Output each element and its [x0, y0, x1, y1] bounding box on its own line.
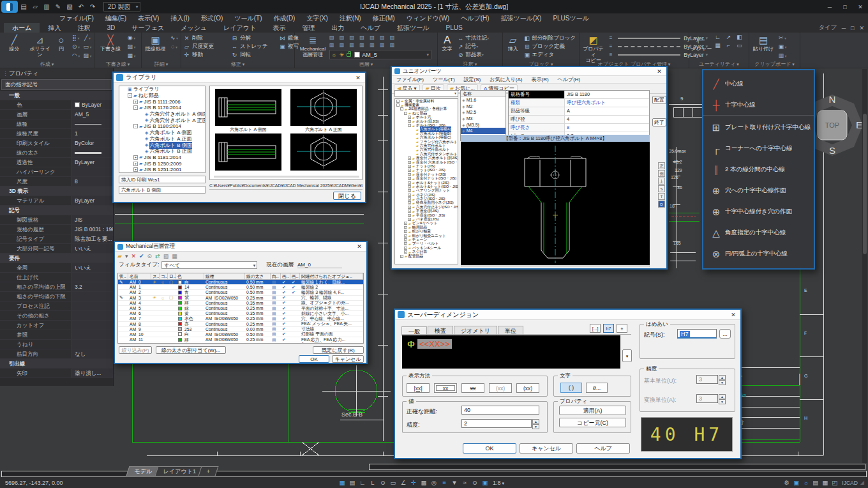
expand-icon[interactable]: + — [404, 238, 407, 241]
filter-button[interactable]: 絞り込み(P) — [119, 346, 152, 354]
property-row[interactable]: 尺度 8 — [0, 177, 113, 187]
status-toggle-icon[interactable]: ▣ — [480, 479, 490, 486]
qat-icon[interactable]: ▱ — [30, 3, 40, 10]
ribbon-tab[interactable]: 注釈 — [69, 23, 98, 33]
qat-icon[interactable]: ▧ — [64, 3, 75, 10]
status-right-icon[interactable]: ☼ — [801, 479, 811, 486]
status-toggle-icon[interactable]: ▩ — [419, 479, 429, 486]
qat-icon[interactable]: ✎ — [53, 3, 63, 10]
ribbon-tab[interactable]: ヘルプ — [352, 23, 389, 33]
property-row[interactable]: 粗さの平均値の上限 3.2 — [0, 282, 113, 292]
annotation-scale-control[interactable]: 1:8 — [493, 480, 504, 486]
status-toggle-icon[interactable]: ▼ — [449, 479, 460, 486]
property-row[interactable]: 筋目方向 なし — [0, 349, 113, 359]
match-properties-button[interactable]: ◩プロパティコピー — [581, 34, 606, 64]
utility-icon[interactable]: ▭ — [734, 42, 745, 50]
property-row[interactable]: 製図規格 JIS — [0, 215, 113, 225]
content-menu-item[interactable]: お気に入り(A) — [485, 76, 527, 83]
menu-item[interactable]: 拡張ツール(X) — [495, 14, 548, 23]
ribbon-tab[interactable]: PLUS — [437, 23, 470, 33]
filter-type-combo[interactable]: すべて — [161, 261, 257, 269]
status-toggle-icon[interactable]: ✛ — [408, 479, 419, 486]
expand-icon[interactable]: + — [408, 218, 411, 221]
base-unit-input[interactable]: 3 — [696, 375, 718, 384]
expand-icon[interactable]: + — [408, 206, 411, 209]
expand-icon[interactable]: + — [408, 156, 411, 160]
menu-item[interactable]: 文字(X) — [301, 14, 333, 23]
utility-icon[interactable]: ⌐ — [723, 42, 734, 50]
reset-default-button[interactable]: 既定に戻す(R) — [313, 346, 364, 354]
hidden-line-button[interactable]: ▣隠線処理 — [143, 34, 168, 52]
status-right-icon[interactable]: ▣ — [791, 479, 801, 486]
expand-icon[interactable]: - — [128, 93, 132, 98]
create-extra-icon[interactable]: ╱ — [82, 34, 93, 43]
display-style-button[interactable]: xx — [461, 383, 484, 393]
assign-lineweight-button[interactable]: 線の太さの割り当て(W)... — [156, 346, 226, 354]
preview-scrollbar[interactable] — [461, 265, 650, 267]
expand-icon[interactable]: + — [408, 194, 411, 197]
status-toggle-icon[interactable]: ∟ — [357, 479, 368, 486]
property-row[interactable]: カットオフ — [0, 321, 113, 330]
library-tree-item[interactable]: + ▰ JIS B 1111:2006 — [119, 98, 205, 105]
spec-row[interactable]: 種類 呼び径六角ボルト — [509, 99, 649, 107]
status-toggle-icon[interactable]: ▤ — [347, 479, 357, 486]
expand-icon[interactable]: + — [404, 242, 407, 245]
display-style-button[interactable]: (xx) — [516, 383, 539, 393]
property-row[interactable]: 粗さの平均値の下限 — [0, 292, 113, 301]
text-style-button[interactable]: ø... — [586, 383, 608, 393]
measure-button[interactable]: ⊢メジャー — [691, 34, 712, 52]
group-label[interactable]: ユーティリティ — [689, 60, 749, 68]
menu-item[interactable]: 作成(D) — [268, 14, 301, 23]
superdim-titlebar[interactable]: スーパーディメンジョン ✕ — [395, 310, 740, 320]
status-toggle-icon[interactable]: ▭ — [388, 479, 398, 486]
exact-distance-input[interactable]: 40 — [461, 406, 539, 415]
library-tree-item[interactable]: + ▰ JIS B 1250:2009 — [119, 160, 205, 167]
library-tree-item[interactable]: + ▰ JIS B 1181:2014 — [119, 155, 205, 161]
status-right-icon[interactable]: ▤ — [811, 479, 820, 486]
modify-tool[interactable]: ▱尺度変更 — [183, 42, 230, 50]
view-orientation-button[interactable]: S — [658, 185, 665, 192]
app-icon[interactable] — [1, 1, 18, 13]
line-button[interactable]: ╱線分 — [1, 34, 27, 52]
property-row[interactable]: 規格の履歴 JIS B 0031 : 1994 — [0, 225, 113, 234]
block-tool[interactable]: ⊞ブロック定義 — [523, 42, 578, 50]
clipboard-icon[interactable]: ▣ — [777, 43, 788, 52]
conv-unit-spinner[interactable]: ▲▼ — [719, 394, 726, 404]
mdi-minimize[interactable]: ─ — [842, 25, 846, 31]
expand-icon[interactable]: + — [408, 189, 411, 192]
centerline-menu-item[interactable]: ┼ 十字中心線 — [703, 95, 814, 116]
layer-tool-icon[interactable]: ▦ — [172, 253, 177, 259]
close-icon[interactable]: ✕ — [355, 243, 364, 250]
centerline-menu-item[interactable]: ⊕ 十字中心線付き穴の作図 — [703, 201, 814, 222]
layer-dialog-titlebar[interactable]: Mechanical画層管理 ✕ — [115, 242, 366, 252]
precision-input[interactable]: 2 — [461, 419, 532, 428]
menu-item[interactable]: ツール(T) — [228, 14, 267, 23]
property-row[interactable]: 線種尺度 1 — [0, 129, 113, 139]
add-layout-tab[interactable]: + — [198, 466, 218, 476]
apply-button[interactable]: 適用(A) — [559, 406, 626, 415]
layer-tool-icon[interactable]: ⊙ — [147, 253, 153, 259]
content-menu-item[interactable]: 表示(R) — [527, 76, 553, 83]
menu-item[interactable]: ウィンドウ(W) — [401, 14, 455, 23]
menu-item[interactable]: 形式(O) — [195, 14, 228, 23]
conv-unit-input[interactable]: 3 — [696, 394, 718, 403]
size-item[interactable]: ◈ (M3.5) — [461, 121, 505, 128]
paste-button[interactable]: ▤貼り付け — [751, 34, 776, 52]
group-label[interactable]: 修正 — [181, 60, 294, 68]
menu-item[interactable]: 注釈(N) — [334, 14, 367, 23]
status-toggle-icon[interactable]: ∠ — [398, 479, 408, 486]
menu-item[interactable]: 修正(M) — [367, 14, 401, 23]
status-toggle-icon[interactable]: L — [368, 479, 378, 486]
content-menu-item[interactable]: ツール(T) — [428, 76, 460, 83]
dots-tool-button[interactable]: [...] — [590, 324, 601, 333]
expand-icon[interactable]: + — [133, 162, 138, 166]
layer-tool-icon[interactable]: ✔ — [139, 253, 144, 259]
base-unit-spinner[interactable]: ▲▼ — [719, 375, 726, 385]
size-item[interactable]: ◈ M2 — [461, 103, 505, 110]
property-row[interactable]: 全周 いいえ — [0, 263, 113, 273]
precision-spinner[interactable]: ▲▼ — [532, 419, 539, 429]
modify-tool[interactable]: ⊟分解 — [230, 34, 278, 42]
layer-row[interactable]: AM_12 白 Continuous 0.50 mm ✘ ✔ 印刷不可能オブジェ… — [118, 342, 363, 344]
view-orientation-button[interactable]: 上 — [658, 178, 665, 185]
block-tool[interactable]: ◧部分削除ブロック — [523, 34, 578, 42]
